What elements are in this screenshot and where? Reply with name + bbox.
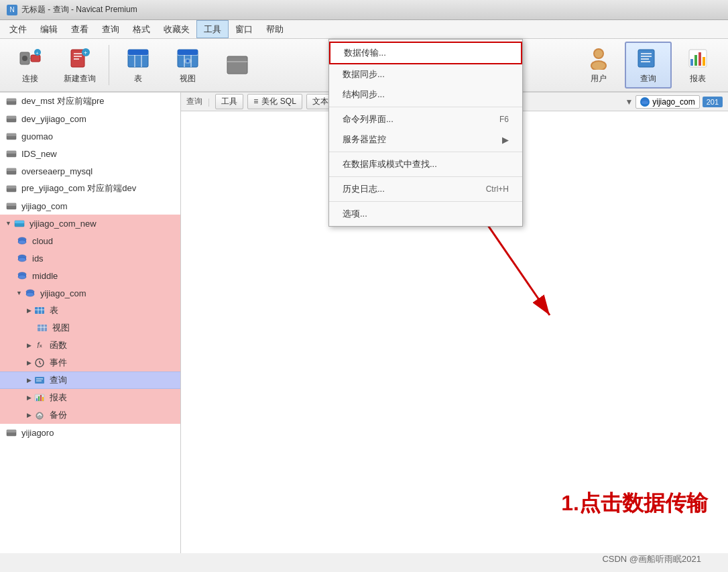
db-selector-area: ▼ yijiago_com 201 — [625, 95, 723, 109]
sidebar-item-middle[interactable]: middle — [0, 267, 180, 284]
sidebar-item-backup-folder[interactable]: ▶ 备份 — [0, 406, 180, 424]
report-button[interactable]: 报表 — [674, 42, 721, 89]
view-button[interactable]: 视图 — [164, 42, 211, 89]
menu-sep-1 — [329, 107, 522, 107]
svg-rect-89 — [7, 430, 16, 433]
sidebar-item-yijiago-db[interactable]: ▼ yijiago_com — [0, 284, 180, 302]
svg-rect-37 — [694, 55, 697, 66]
menu-options[interactable]: 选项... — [329, 204, 522, 224]
svg-point-64 — [18, 275, 26, 279]
menu-server-monitor[interactable]: 服务器监控 ▶ — [329, 129, 522, 150]
db-selector-icon — [640, 97, 650, 107]
svg-rect-47 — [7, 151, 16, 154]
svg-rect-68 — [35, 307, 44, 314]
connection-icon-3 — [5, 130, 17, 142]
partial-icon[interactable] — [214, 42, 261, 89]
sidebar-item-report-folder[interactable]: ▶ 报表 — [0, 389, 180, 406]
db-selector[interactable]: yijiago_com — [635, 95, 699, 109]
menu-history-log[interactable]: 历史日志... Ctrl+H — [329, 179, 522, 199]
view-folder-icon — [36, 322, 48, 334]
sidebar-label-report-folder: 报表 — [50, 392, 67, 404]
query-sec-label: 查询 — [186, 96, 202, 107]
svg-rect-24 — [227, 56, 247, 74]
view-label: 视图 — [180, 73, 196, 84]
sidebar-label-guomao: guomao — [21, 131, 53, 141]
sidebar-item-ids-new[interactable]: IDS_new — [0, 145, 180, 162]
menu-view[interactable]: 查看 — [64, 20, 95, 38]
menu-format[interactable]: 格式 — [126, 20, 157, 38]
new-query-icon: + — [68, 46, 92, 70]
user-icon — [587, 46, 611, 70]
sidebar-item-func[interactable]: ▶ fx 函数 — [0, 337, 180, 354]
sidebar-item-dev-yijiago[interactable]: dev_yijiago_com — [0, 110, 180, 127]
sidebar-item-pre-yijiago[interactable]: pre_yijiago_com 对应前端dev — [0, 180, 180, 197]
menu-structure-sync[interactable]: 结构同步... — [329, 84, 522, 105]
report-icon — [686, 46, 710, 70]
report-label: 报表 — [690, 73, 706, 84]
tool-sec-btn[interactable]: 工具 — [215, 94, 243, 109]
sidebar-label-middle: middle — [32, 271, 58, 281]
sidebar-item-guomao[interactable]: guomao — [0, 127, 180, 145]
sidebar-item-query-folder[interactable]: ▶ 查询 — [0, 371, 180, 389]
new-query-label: 新建查询 — [64, 73, 96, 84]
window-title: 无标题 - 查询 - Navicat Premium — [21, 4, 137, 15]
sidebar-item-yijiago-com[interactable]: yijiago_com — [0, 197, 180, 215]
sidebar-label-pre-yijiago: pre_yijiago_com 对应前端dev — [21, 182, 136, 194]
sidebar-item-event[interactable]: ▶ 事件 — [0, 354, 180, 371]
menu-file[interactable]: 文件 — [3, 20, 34, 38]
menu-data-transfer[interactable]: 数据传输... — [329, 42, 522, 64]
svg-point-1 — [22, 56, 27, 61]
db-selector-arrow[interactable]: ▼ — [625, 97, 633, 107]
menu-window[interactable]: 窗口 — [229, 20, 259, 38]
svg-rect-16 — [128, 50, 148, 55]
page-num: 201 — [703, 97, 723, 107]
title-bar: N 无标题 - 查询 - Navicat Premium — [0, 0, 728, 20]
report-expand-icon: ▶ — [27, 394, 32, 401]
new-query-button[interactable]: + 新建查询 — [56, 42, 103, 89]
toolbar-right: 用户 查询 — [575, 42, 721, 89]
table-button[interactable]: 表 — [115, 42, 162, 89]
tools-dropdown-menu: 数据传输... 数据同步... 结构同步... 命令列界面... F6 服务器监… — [328, 39, 523, 227]
connection-icon-active — [13, 217, 25, 229]
menu-command-line[interactable]: 命令列界面... F6 — [329, 109, 522, 129]
svg-point-67 — [26, 292, 34, 296]
query-button[interactable]: 查询 — [625, 42, 672, 89]
connection-icon-4 — [5, 148, 17, 160]
report-folder-icon — [34, 392, 46, 404]
table-label: 表 — [134, 73, 142, 84]
menu-data-sync[interactable]: 数据同步... — [329, 64, 522, 84]
svg-rect-39 — [703, 57, 705, 66]
sidebar-item-overseaerp[interactable]: overseaerp_mysql — [0, 162, 180, 180]
menu-sep-4 — [329, 201, 522, 202]
menu-bar: 文件 编辑 查看 查询 格式 收藏夹 工具 窗口 帮助 — [0, 20, 728, 39]
user-label: 用户 — [591, 73, 607, 84]
svg-text:+: + — [36, 50, 39, 56]
query-icon — [636, 46, 660, 70]
view-icon — [176, 46, 200, 70]
beautify-sql-btn[interactable]: ≡ 美化 SQL — [247, 94, 302, 109]
sidebar-item-cloud[interactable]: cloud — [0, 232, 180, 249]
menu-query[interactable]: 查询 — [95, 20, 126, 38]
menu-edit[interactable]: 编辑 — [34, 20, 64, 38]
connection-icon-5 — [5, 165, 17, 177]
sidebar-item-view[interactable]: 视图 — [0, 319, 180, 337]
sidebar-label-yijiago-com-new: yijiago_com_new — [29, 219, 97, 229]
csdn-label: CSDN @画船听雨眠2021 — [602, 553, 701, 565]
menu-favorites[interactable]: 收藏夹 — [157, 20, 196, 38]
sidebar-item-dev-mst[interactable]: dev_mst 对应前端pre — [0, 93, 180, 110]
connect-label: 连接 — [22, 73, 38, 84]
sidebar-item-ids[interactable]: ids — [0, 249, 180, 267]
connection-icon-yijiagoro — [5, 426, 17, 439]
svg-text:+: + — [84, 50, 87, 56]
connect-button[interactable]: + 连接 — [7, 42, 54, 89]
sidebar-item-table[interactable]: ▶ 表 — [0, 302, 180, 319]
query-expand-icon: ▶ — [27, 377, 32, 384]
menu-tools[interactable]: 工具 — [196, 20, 229, 38]
menu-help[interactable]: 帮助 — [259, 20, 290, 38]
svg-rect-79 — [35, 377, 44, 384]
svg-point-58 — [18, 240, 26, 244]
sidebar-item-yijiagoro[interactable]: yijiagoro — [0, 424, 180, 441]
sidebar-item-yijiago-com-new[interactable]: ▼ yijiago_com_new — [0, 215, 180, 232]
menu-find-in-db[interactable]: 在数据库或模式中查找... — [329, 154, 522, 174]
user-button[interactable]: 用户 — [575, 42, 622, 89]
